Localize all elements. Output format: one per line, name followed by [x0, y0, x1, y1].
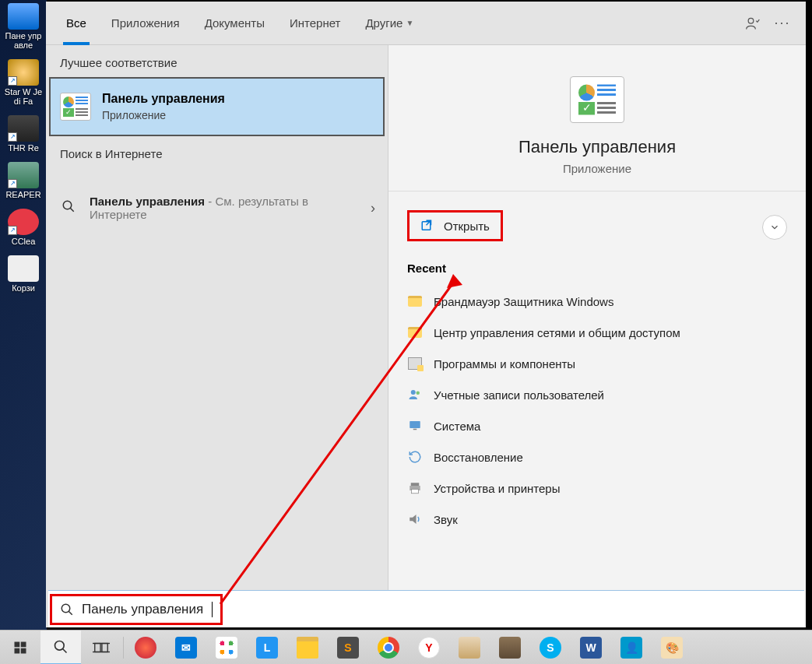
taskbar-app-sublime[interactable]: S — [328, 631, 368, 665]
desktop-icon-label: Корзи — [3, 283, 44, 293]
details-subtitle: Приложение — [404, 162, 790, 175]
desktop-icon[interactable]: Корзи — [3, 255, 44, 293]
web-search-query: Панель управления — [90, 195, 205, 208]
svg-rect-16 — [15, 641, 20, 647]
recent-item-label: Звук — [434, 513, 458, 526]
best-match-item[interactable]: ✓ Панель управления Приложение — [49, 77, 385, 136]
desktop-icon[interactable]: Пане управле — [3, 3, 44, 50]
taskbar-app-word[interactable]: W — [571, 631, 611, 665]
system-icon — [407, 418, 423, 434]
open-button[interactable]: Открыть — [407, 210, 503, 241]
recent-item-label: Центр управления сетями и общим доступом — [434, 326, 680, 339]
search-icon — [58, 199, 79, 217]
taskbar-app-contacts[interactable]: 👤 — [611, 631, 652, 665]
svg-rect-18 — [15, 648, 20, 653]
recovery-icon — [407, 449, 423, 465]
tab-web[interactable]: Интернет — [277, 2, 353, 45]
recent-item-label: Устройства и принтеры — [434, 482, 560, 495]
recent-item-label: Программы и компоненты — [434, 357, 575, 371]
taskbar-app-mail[interactable]: ✉ — [166, 631, 206, 665]
taskbar-app-paint[interactable]: 🎨 — [652, 631, 692, 665]
desktop-icon[interactable]: ↗REAPER — [3, 162, 44, 199]
tab-apps[interactable]: Приложения — [99, 2, 192, 45]
search-input-value: Панель управления — [82, 602, 203, 617]
svg-line-2 — [70, 208, 74, 212]
svg-point-14 — [62, 604, 70, 613]
svg-point-1 — [63, 201, 72, 209]
taskbar-app-opera[interactable] — [125, 631, 166, 665]
best-match-heading: Лучшее соответствие — [46, 45, 388, 77]
svg-line-21 — [63, 648, 67, 652]
recent-item-label: Учетные записи пользователей — [434, 388, 604, 402]
folder-icon — [407, 293, 423, 309]
task-view-button[interactable] — [81, 631, 121, 665]
recent-item[interactable]: Система — [407, 410, 787, 441]
start-button[interactable] — [0, 631, 40, 665]
chevron-down-icon — [769, 222, 780, 233]
recent-item-label: Брандмауэр Защитника Windows — [434, 295, 613, 308]
taskbar-app-explorer[interactable] — [287, 631, 328, 665]
feedback-icon[interactable] — [745, 16, 761, 31]
programs-icon — [407, 356, 423, 371]
chevron-down-icon: ▼ — [406, 19, 413, 27]
details-pane: ✓ Панель управления Приложение Открыть R… — [388, 45, 806, 627]
web-search-item[interactable]: Панель управления - См. результаты в Инт… — [46, 185, 388, 230]
svg-line-15 — [69, 611, 72, 615]
taskbar-app-app-colorful[interactable] — [206, 631, 247, 665]
desktop-icon[interactable]: ↗CClea — [3, 209, 44, 246]
control-panel-icon: ✓ — [570, 76, 624, 123]
tab-documents[interactable]: Документы — [192, 2, 277, 45]
taskbar-search-button[interactable] — [40, 631, 81, 665]
tab-more[interactable]: Другие▼ — [353, 2, 426, 45]
expand-button[interactable] — [762, 215, 787, 240]
recent-item[interactable]: Устройства и принтеры — [407, 473, 787, 504]
recent-item[interactable]: Центр управления сетями и общим доступом — [407, 317, 787, 348]
open-button-label: Открыть — [444, 220, 490, 233]
recent-item[interactable]: Брандмауэр Защитника Windows — [407, 286, 787, 317]
search-input[interactable]: Панель управления — [50, 594, 223, 625]
more-options-icon[interactable]: ··· — [775, 16, 790, 31]
recent-section: Recent Брандмауэр Защитника WindowsЦентр… — [388, 241, 806, 535]
taskbar-app-librera[interactable]: L — [247, 631, 287, 665]
svg-point-5 — [417, 392, 420, 395]
svg-rect-8 — [411, 483, 420, 486]
task-view-icon — [93, 639, 110, 656]
recent-item[interactable]: Учетные записи пользователей — [407, 379, 787, 410]
taskbar-app-skype[interactable]: S — [530, 631, 571, 665]
taskbar: ✉LSYSW👤🎨 — [0, 630, 812, 664]
taskbar-app-settings-app[interactable] — [449, 631, 490, 665]
desktop-icon-label: CClea — [3, 237, 44, 246]
recent-item-label: Система — [434, 420, 480, 433]
taskbar-app-yandex[interactable]: Y — [409, 631, 449, 665]
recent-item[interactable]: Восстановление — [407, 441, 787, 473]
search-icon — [60, 603, 74, 617]
web-search-heading: Поиск в Интернете — [46, 136, 388, 168]
details-title: Панель управления — [404, 137, 790, 157]
taskbar-app-media-app[interactable] — [490, 631, 530, 665]
desktop-icon[interactable]: ↗THR Re — [3, 115, 44, 153]
recent-item[interactable]: Программы и компоненты — [407, 348, 787, 379]
recent-item-label: Восстановление — [434, 451, 523, 464]
svg-marker-11 — [410, 515, 416, 524]
svg-rect-7 — [413, 429, 417, 430]
taskbar-app-chrome[interactable] — [368, 631, 409, 665]
search-bar: Панель управления — [48, 590, 804, 627]
open-in-new-icon — [420, 219, 434, 233]
svg-rect-17 — [21, 641, 26, 647]
desktop-icon-label: Star W Jedi Fa — [3, 87, 44, 106]
svg-point-4 — [411, 390, 416, 395]
svg-rect-6 — [410, 421, 420, 428]
tab-all[interactable]: Все — [54, 2, 99, 45]
desktop-icon-label: Пане управле — [3, 31, 44, 50]
svg-rect-19 — [21, 648, 26, 653]
chevron-right-icon: › — [371, 200, 375, 216]
search-icon — [53, 639, 69, 655]
control-panel-icon: ✓ — [60, 93, 91, 121]
desktop-icon[interactable]: ↗Star W Jedi Fa — [3, 59, 44, 106]
svg-point-0 — [748, 18, 754, 23]
desktop-icon-label: REAPER — [3, 190, 44, 199]
recent-item[interactable]: Звук — [407, 504, 787, 535]
recent-heading: Recent — [407, 262, 787, 275]
users-icon — [407, 387, 423, 402]
search-panel: Все Приложения Документы Интернет Другие… — [46, 2, 806, 627]
